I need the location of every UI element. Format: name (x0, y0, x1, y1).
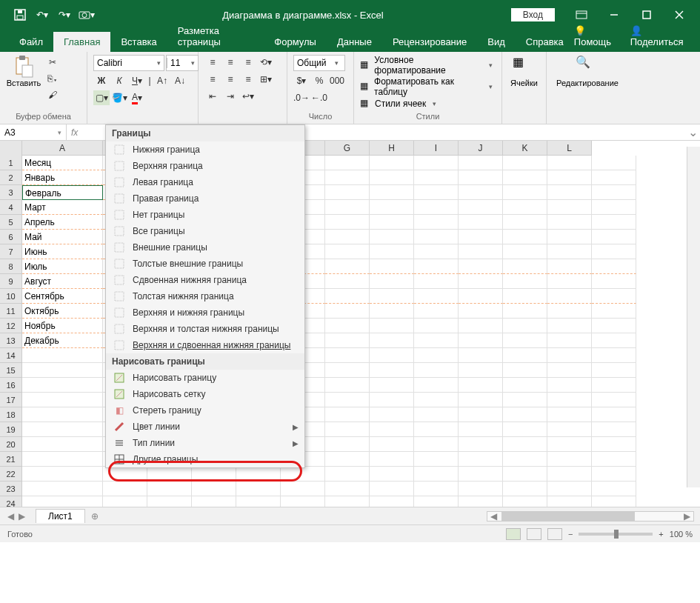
add-sheet-button[interactable]: ⊕ (85, 511, 104, 522)
cell[interactable] (547, 289, 592, 304)
cut-icon[interactable]: ✂ (44, 55, 61, 70)
cell[interactable] (414, 304, 459, 319)
col-header[interactable]: G (325, 141, 370, 155)
save-icon[interactable] (12, 7, 28, 23)
select-all-corner[interactable] (0, 141, 22, 156)
tell-me[interactable]: 💡 Помощь (574, 25, 619, 47)
cell[interactable] (325, 259, 370, 274)
percent-icon[interactable]: % (311, 73, 327, 88)
menu-item-border[interactable]: Нижняя граница (106, 141, 304, 158)
menu-item-border[interactable]: Верхняя граница (106, 158, 304, 174)
cell[interactable] (370, 363, 414, 378)
cell[interactable] (103, 496, 147, 507)
cell[interactable] (325, 482, 370, 496)
borders-button[interactable]: ▢▾ (93, 90, 110, 105)
tab-file[interactable]: Файл (9, 32, 53, 52)
expand-formula-bar-icon[interactable]: ⌄ (685, 125, 700, 139)
cell[interactable] (325, 289, 370, 304)
cell[interactable] (325, 304, 370, 319)
menu-item-more-borders[interactable]: Другие границы... (106, 451, 304, 467)
align-bottom-icon[interactable]: ≡ (240, 55, 256, 70)
zoom-level[interactable]: 100 % (670, 530, 693, 539)
cell[interactable] (325, 407, 370, 422)
cell[interactable] (414, 407, 459, 422)
row-header[interactable]: 14 (0, 348, 22, 363)
cell[interactable] (325, 496, 370, 507)
copy-icon[interactable]: ⎘▾ (44, 71, 61, 86)
menu-item-draw-border[interactable]: Цвет линии▶ (106, 419, 304, 435)
cell[interactable] (592, 452, 636, 467)
cell[interactable] (22, 407, 103, 422)
cell[interactable]: Июнь (22, 244, 103, 259)
row-header[interactable]: 12 (0, 319, 22, 333)
cell[interactable] (414, 467, 459, 482)
cell[interactable] (459, 393, 503, 407)
cell[interactable] (236, 467, 281, 482)
maximize-icon[interactable] (632, 4, 661, 26)
cell[interactable] (325, 185, 370, 200)
sheet-nav[interactable]: ◀▶ (0, 511, 33, 522)
increase-indent-icon[interactable]: ⇥ (222, 89, 239, 104)
cell[interactable] (547, 348, 592, 363)
cell[interactable] (547, 496, 592, 507)
cell[interactable] (592, 482, 636, 496)
cell[interactable] (547, 274, 592, 289)
cell[interactable] (503, 452, 547, 467)
cell[interactable] (414, 156, 459, 170)
cell[interactable] (325, 215, 370, 230)
minimize-icon[interactable] (599, 4, 629, 26)
cell[interactable] (236, 496, 281, 507)
cell[interactable] (192, 496, 236, 507)
cell[interactable] (503, 333, 547, 348)
cell[interactable] (370, 156, 414, 170)
cell[interactable] (22, 393, 103, 407)
cell[interactable] (459, 170, 503, 185)
cell[interactable] (547, 333, 592, 348)
row-header[interactable]: 15 (0, 363, 22, 378)
cell[interactable] (22, 467, 103, 482)
cell[interactable] (503, 482, 547, 496)
cell[interactable] (414, 244, 459, 259)
camera-icon[interactable]: ▾ (79, 7, 95, 23)
cell[interactable] (459, 200, 503, 215)
cell[interactable]: Июль (22, 259, 103, 274)
row-header[interactable]: 18 (0, 407, 22, 422)
cell[interactable]: Октябрь (22, 304, 103, 319)
undo-icon[interactable]: ↶▾ (34, 7, 50, 23)
cell[interactable] (459, 259, 503, 274)
cell[interactable] (547, 363, 592, 378)
cell[interactable] (592, 230, 636, 244)
cell[interactable] (503, 467, 547, 482)
cell[interactable] (414, 393, 459, 407)
cell[interactable] (414, 422, 459, 437)
grow-font-icon[interactable]: A↑ (154, 73, 170, 88)
cell[interactable] (281, 496, 325, 507)
cell[interactable] (459, 289, 503, 304)
cell[interactable] (503, 156, 547, 170)
row-header[interactable]: 9 (0, 274, 22, 289)
cells-button[interactable]: ▦Ячейки (508, 55, 540, 87)
cell[interactable] (370, 289, 414, 304)
font-size-combo[interactable]: 11▾ (166, 55, 199, 71)
row-header[interactable]: 7 (0, 244, 22, 259)
cell[interactable] (592, 156, 636, 170)
fill-color-icon[interactable]: 🪣▾ (111, 90, 127, 105)
cell[interactable] (281, 482, 325, 496)
cell[interactable] (325, 230, 370, 244)
menu-item-border[interactable]: Толстая нижняя граница (106, 288, 304, 304)
row-header[interactable]: 4 (0, 200, 22, 215)
number-format-combo[interactable]: Общий▾ (293, 55, 345, 71)
cell[interactable] (547, 378, 592, 393)
font-name-combo[interactable]: Calibri▾ (93, 55, 164, 71)
zoom-out-button[interactable]: − (568, 530, 573, 539)
cell[interactable] (592, 304, 636, 319)
align-top-icon[interactable]: ≡ (204, 55, 221, 70)
cell[interactable] (325, 244, 370, 259)
cell[interactable] (592, 437, 636, 452)
row-header[interactable]: 22 (0, 467, 22, 482)
row-header[interactable]: 21 (0, 452, 22, 467)
row-header[interactable]: 23 (0, 482, 22, 496)
cell[interactable] (503, 378, 547, 393)
cell[interactable] (414, 378, 459, 393)
cell[interactable] (592, 333, 636, 348)
